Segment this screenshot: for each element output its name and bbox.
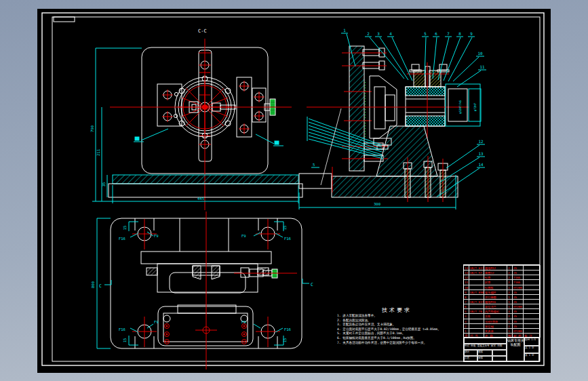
liner-strip [364, 80, 367, 137]
callout-14: 14 [479, 163, 484, 167]
callout-9: 9 [470, 32, 473, 36]
fixture-wall [349, 46, 364, 171]
dim-211: 211 [96, 149, 100, 156]
bom-cell: 定位销 [484, 323, 507, 328]
bom-cell: 45 [513, 289, 524, 294]
bom-cell: 垫圈12 [484, 270, 507, 275]
bom-cell: GB/T 6170 [469, 265, 484, 270]
dim-300: 300 [374, 202, 380, 206]
bom-cell [524, 323, 541, 328]
label-f16-tr: F16 [284, 237, 291, 241]
bom-cell: 双头螺柱 [484, 289, 507, 294]
drawing-subname: 装配图 [507, 342, 524, 346]
dim-15-tr: 15 [283, 226, 287, 230]
label-f16-br: F16 [284, 327, 291, 332]
callout-3: 3 [377, 32, 380, 36]
bom-cell: 夹具体 [484, 328, 507, 333]
dim-790: 790 [90, 125, 94, 132]
dim-15-br: 15 [283, 338, 287, 343]
datum-flag-left [134, 129, 168, 142]
bom-cell: 13 [464, 270, 469, 275]
bom-cell: 2 [507, 289, 513, 294]
bom-cell [524, 289, 541, 294]
bom-cell [469, 323, 484, 328]
leader-label-5: 5 [313, 163, 315, 167]
title-block-cell [492, 350, 507, 356]
process-cell: 工艺 [464, 356, 477, 361]
design-cell: 设计 [464, 350, 477, 356]
bom-cell: 1 [507, 294, 513, 299]
cad-viewer-background: C-C [0, 0, 588, 381]
lower-assembly [158, 305, 253, 346]
bom-cell: 2 [507, 313, 513, 318]
bom-cell: 45 [513, 294, 524, 299]
bom-cell [469, 285, 484, 289]
plan-view: 800 15 15 15 15 F16 F9 F9 F16 F16 F9 F9 … [91, 212, 313, 369]
bom-cell: 2 [507, 279, 513, 284]
bom-cell: T10A [513, 275, 524, 279]
bom-cell: 45 [513, 308, 524, 313]
base-body [332, 176, 458, 197]
bom-cell [469, 279, 484, 284]
bom-cell: 5 [464, 308, 469, 313]
bom-table: 14GB/T 6170螺母M1224513GB/T 97.1垫圈1224512钻… [463, 264, 540, 338]
bom-cell: 定位法兰 [484, 304, 507, 308]
base-left-flange [299, 174, 332, 188]
callout-10: 10 [478, 52, 483, 56]
section-label-cc: C-C [198, 28, 207, 34]
bom-cell [469, 304, 484, 308]
sheet-total-cell: 共 1 张 [524, 346, 539, 353]
bom-cell: 10 [464, 285, 469, 289]
multi-leader-fan [307, 117, 383, 167]
bom-cell: GB/T 97.1 [469, 270, 484, 275]
callout-1: 1 [343, 28, 346, 33]
bom-cell: 8 [464, 294, 469, 299]
bom-cell [469, 313, 484, 318]
bom-cell: HT200 [513, 285, 524, 289]
bom-cell: 45 [513, 299, 524, 304]
bom-cell: 45 [513, 319, 524, 323]
bom-cell: 钻套 [484, 275, 507, 279]
dim-bore: φ52H7/k6 [458, 100, 462, 114]
label-f16-bl: F16 [119, 327, 125, 332]
title-block: 标记 处数 更改文件号 签字 日期 设计 校核 工艺 审核 钻床专用夹具 装配图… [463, 337, 540, 362]
bom-cell: 螺母M12 [484, 265, 507, 270]
bom-cell [524, 270, 541, 275]
bom-cell: HT200 [513, 328, 524, 333]
callout-13: 13 [479, 152, 484, 156]
bom-cell [524, 313, 541, 318]
bom-cell: 3 [464, 319, 469, 323]
scale-cell: 比例 1:5 [524, 338, 539, 346]
bom-cell: 螺母M16 [484, 299, 507, 304]
title-block-cell [464, 338, 507, 344]
bom-cell: 2 [507, 275, 513, 279]
bom-cell [524, 275, 541, 279]
title-block-cell [492, 356, 507, 361]
callout-6: 6 [435, 32, 437, 36]
bom-cell [524, 285, 541, 289]
label-f9-br: F9 [241, 320, 246, 324]
bom-cell [524, 265, 541, 270]
bom-cell: 1 [507, 304, 513, 308]
bom-cell [524, 294, 541, 299]
label-f9-bl: F9 [154, 320, 159, 324]
bom-cell [524, 279, 541, 284]
approve-cell: 审核 [477, 356, 492, 361]
bom-cell: 14 [464, 265, 469, 270]
callout-4: 4 [389, 32, 392, 36]
bom-cell: 4 [507, 308, 513, 313]
label-f9-tl: F9 [154, 234, 159, 238]
bom-cell [524, 299, 541, 304]
bom-cell [524, 319, 541, 323]
label-f16-tl: F16 [119, 237, 125, 241]
dim-15-bl: 15 [123, 338, 127, 343]
bom-cell: 1 [507, 285, 513, 289]
bom-cell: 压板 [484, 313, 507, 318]
bom-cell: 1 [464, 328, 469, 333]
section-letter-left: C [99, 283, 102, 289]
bom-cell: 钻模板 [484, 285, 507, 289]
callout-7: 7 [447, 32, 450, 36]
bom-cell: 2 [507, 265, 513, 270]
bom-cell: 2 [507, 323, 513, 328]
bom-cell: 6 [464, 304, 469, 308]
